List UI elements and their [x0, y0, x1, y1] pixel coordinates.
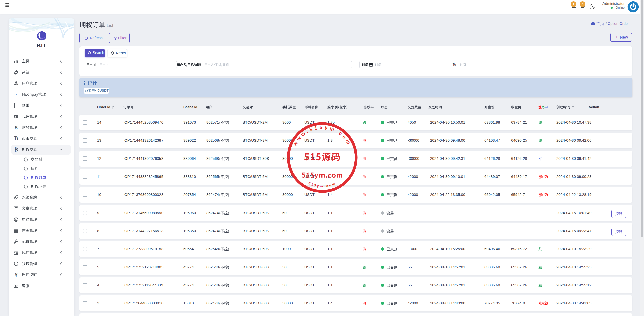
svg-text:515ym.com: 515ym.com — [308, 181, 337, 188]
svg-text:♂: ♂ — [17, 84, 18, 85]
svg-text:0: 0 — [582, 2, 583, 6]
svg-text:CC: CC — [15, 93, 18, 96]
svg-text:www.515ym.com: www.515ym.com — [292, 125, 352, 147]
svg-text:1: 1 — [573, 2, 574, 6]
